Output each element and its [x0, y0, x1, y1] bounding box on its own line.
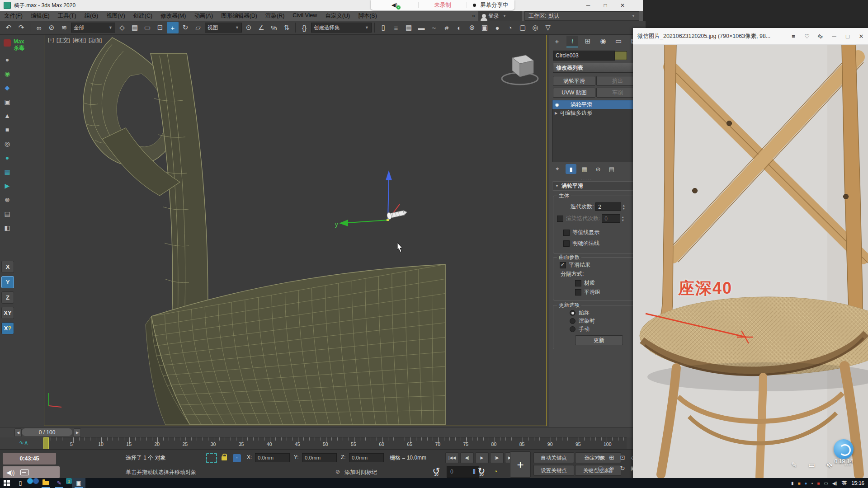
menu-item[interactable]: 文件(F) [4, 12, 23, 20]
object-color-swatch[interactable] [614, 51, 627, 60]
spinner-snap-icon[interactable]: ⇅ [281, 22, 292, 33]
menu-item[interactable]: 动画(A) [194, 12, 213, 20]
smoothing-groups-checkbox[interactable] [575, 289, 581, 296]
check-shield-icon[interactable]: ◉ [1, 69, 14, 79]
time-tag-icon[interactable]: ⊘ [335, 469, 340, 475]
axis-y-button[interactable]: Y [1, 276, 14, 288]
when-render-radio[interactable] [570, 318, 576, 324]
time-config-clock-icon[interactable]: ◔ [494, 468, 497, 475]
forward-30-icon[interactable]: ↻30 [476, 465, 487, 477]
edge-icon[interactable] [27, 478, 33, 484]
photos-app-icon[interactable]: ▣ [72, 478, 85, 488]
z-coord-field[interactable]: 0.0mm [349, 453, 384, 462]
x-coord-field[interactable]: 0.0mm [255, 453, 290, 462]
zoom-region-icon[interactable]: ▢ [596, 463, 606, 473]
object-name-field[interactable]: Circle003 [553, 51, 615, 61]
spinner-arrows-icon[interactable]: ▲▼ [622, 204, 625, 210]
antivirus-badge-icon[interactable] [4, 39, 11, 47]
ribbon-toggle-icon[interactable]: ▬ [415, 22, 427, 33]
isoline-checkbox[interactable] [563, 230, 570, 236]
display-cast-icon[interactable]: ▭ [824, 481, 828, 486]
go-to-start-button[interactable]: |◀◀ [445, 452, 459, 463]
select-object-icon[interactable]: ◇ [116, 22, 128, 33]
torus-icon[interactable]: ◎ [1, 139, 14, 149]
recording-status[interactable]: 未录制 [419, 1, 466, 9]
globe-tray-icon[interactable]: ● [805, 481, 807, 486]
edit-named-selection-icon[interactable]: {} [298, 22, 310, 33]
viewport-menu-standard[interactable]: [标准] [73, 37, 86, 44]
lathe-button[interactable]: 车削 [596, 88, 639, 98]
frame-indicator[interactable]: 0 / 100 [22, 428, 72, 436]
menu-item[interactable]: 创建(C) [133, 12, 152, 20]
keyboard-overlay-icon[interactable] [20, 469, 29, 475]
mirror-icon[interactable]: ▯ [377, 22, 389, 33]
previous-frame-arrow[interactable]: ◀ [14, 428, 22, 437]
play-button[interactable]: ▶ [475, 452, 489, 463]
select-and-scale-icon[interactable]: ▱ [192, 22, 204, 33]
close-icon[interactable]: ✕ [854, 28, 868, 44]
tray-misc-icon[interactable]: ▪ [811, 481, 813, 486]
gear-icon[interactable]: ⊛ [1, 195, 14, 205]
menu-item[interactable]: 工具(T) [58, 12, 76, 20]
render-production-icon[interactable]: ● [491, 22, 503, 33]
menu-item[interactable]: 渲染(R) [265, 12, 284, 20]
render-iterations-checkbox[interactable] [557, 216, 563, 222]
layer-manager-icon[interactable]: ▤ [403, 22, 415, 33]
orbit-icon[interactable]: ↻ [618, 463, 627, 473]
menu-overflow-icon[interactable]: » [472, 13, 475, 19]
pin-stack-icon[interactable]: ⌖ [552, 164, 563, 174]
more-icon[interactable]: ⋯ [844, 461, 851, 469]
minimize-button[interactable]: ─ [580, 0, 597, 11]
manual-radio[interactable] [570, 326, 576, 332]
percent-snap-icon[interactable]: % [268, 22, 280, 33]
bind-to-space-warp-icon[interactable]: ≋ [58, 22, 70, 33]
viewport-menu-general[interactable]: [+] [48, 37, 54, 44]
timeline-playhead[interactable] [43, 437, 49, 450]
tab-display-icon[interactable]: ▭ [613, 36, 624, 47]
extrude-button[interactable]: 挤出 [596, 76, 639, 86]
tab-motion-icon[interactable]: ◉ [597, 36, 609, 47]
timeline-ruler[interactable]: ∿∧ 5101520253035404550556065707580859095… [43, 437, 627, 450]
shrink-icon[interactable]: ⇄ [825, 460, 835, 470]
snap-toggle-icon[interactable]: ⊙ [243, 22, 255, 33]
snap-keypad-icon[interactable]: ⁘ [231, 453, 242, 463]
login-button[interactable]: 登录 ▼ [478, 11, 522, 21]
panel-splitter[interactable]: ····· [581, 177, 592, 181]
recorder-tray-icon[interactable]: ■ [817, 481, 820, 486]
next-frame-arrow[interactable]: ▶ [74, 428, 81, 437]
slideshow-icon[interactable]: ▭ [809, 461, 815, 469]
start-button[interactable] [0, 478, 14, 488]
palette-icon[interactable]: ▣ [1, 97, 14, 107]
spinner-arrows-icon[interactable]: ▲▼ [621, 216, 624, 222]
tab-create-icon[interactable]: + [551, 36, 563, 47]
curve-editor-icon[interactable]: ~ [428, 22, 440, 33]
rendered-frame-icon[interactable]: ▣ [479, 22, 491, 33]
named-selection-sets-dropdown[interactable]: 创建选择集▼ [311, 23, 372, 33]
show-end-result-icon[interactable]: ▮ [566, 164, 576, 174]
teal-box-icon[interactable]: ▦ [1, 167, 14, 177]
select-and-rotate-icon[interactable]: ↻ [179, 22, 191, 33]
close-button[interactable]: ✕ [614, 0, 631, 11]
visibility-eye-icon[interactable]: ◉ [552, 102, 561, 107]
menu-icon[interactable]: ≡ [787, 28, 800, 44]
menu-item[interactable]: 自定义(U) [325, 12, 350, 20]
tab-hierarchy-icon[interactable]: ⊞ [582, 36, 594, 47]
maximize-button[interactable]: □ [597, 0, 614, 11]
select-and-move-icon[interactable]: + [167, 22, 179, 33]
shield-icon[interactable]: ◆ [1, 83, 14, 93]
menu-item[interactable]: Civil View [292, 12, 317, 20]
tab-modify-icon[interactable]: ≀ [566, 36, 578, 47]
wechat-tray-icon[interactable]: ■ [798, 481, 801, 486]
add-time-tag[interactable]: 添加时间标记 [344, 469, 377, 476]
turbosmooth-rollout-header[interactable]: ▼ 涡轮平滑 [552, 181, 638, 191]
zoom-extents-icon[interactable]: ⊡ [618, 452, 627, 462]
modifier-list-dropdown[interactable]: 修改器列表 ▼ [553, 63, 642, 73]
slate-icon[interactable]: ▤ [1, 209, 14, 219]
menu-item[interactable]: 视图(V) [106, 12, 125, 20]
redo-icon[interactable]: ↷ [15, 22, 27, 33]
pan-icon[interactable]: ⊛ [607, 463, 617, 473]
iterations-spinner[interactable]: 2 [595, 202, 621, 211]
microphone-icon[interactable]: ▮ [791, 481, 794, 486]
select-and-link-icon[interactable]: ∞ [33, 22, 45, 33]
render-setup-icon[interactable]: ⊛ [466, 22, 478, 33]
